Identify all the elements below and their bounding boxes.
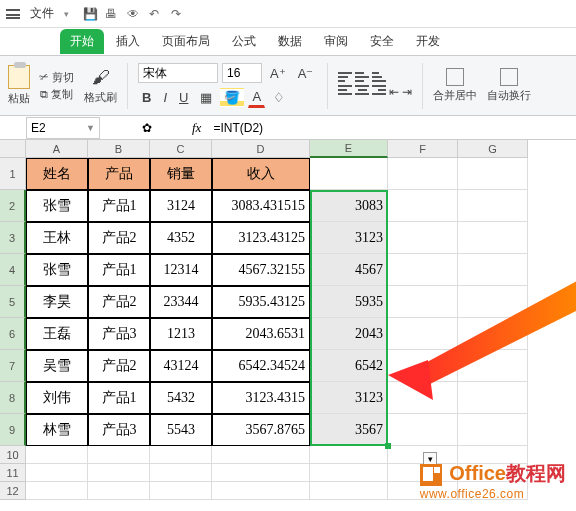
cell[interactable] [388,382,458,414]
save-icon[interactable]: 💾 [83,7,97,21]
col-header-e[interactable]: E [310,140,388,158]
cell[interactable] [388,414,458,446]
cell[interactable]: 王林 [26,222,88,254]
cell[interactable] [212,482,310,500]
row-header[interactable]: 8 [0,382,26,414]
formula-input[interactable]: =INT(D2) [213,121,263,135]
col-header-c[interactable]: C [150,140,212,158]
cell[interactable] [458,190,528,222]
dropdown-icon[interactable]: ▾ [64,9,69,19]
align-top-icon[interactable] [338,72,352,82]
cell[interactable]: 2043 [310,318,388,350]
select-all-corner[interactable] [0,140,26,158]
row-header[interactable]: 4 [0,254,26,286]
cell[interactable]: 产品1 [88,382,150,414]
cell[interactable] [388,222,458,254]
bold-button[interactable]: B [138,88,155,107]
cell[interactable]: 12314 [150,254,212,286]
cell[interactable]: 5543 [150,414,212,446]
row-header[interactable]: 1 [0,158,26,190]
cell[interactable]: 4567 [310,254,388,286]
cell[interactable] [88,464,150,482]
cell[interactable] [310,482,388,500]
row-header[interactable]: 9 [0,414,26,446]
cell[interactable] [26,482,88,500]
tab-layout[interactable]: 页面布局 [152,29,220,54]
cell[interactable] [388,350,458,382]
name-box[interactable]: E2 ▼ [26,117,100,139]
cell[interactable]: 3083 [310,190,388,222]
file-menu[interactable]: 文件 [26,3,58,24]
cell[interactable]: 吴雪 [26,350,88,382]
cell[interactable]: 产品3 [88,318,150,350]
fill-handle[interactable] [385,443,391,449]
cell[interactable] [212,464,310,482]
cell[interactable] [388,158,458,190]
copy-button[interactable]: ⧉复制 [40,87,74,102]
row-header[interactable]: 7 [0,350,26,382]
cell[interactable]: 3124 [150,190,212,222]
cell[interactable] [212,446,310,464]
cell[interactable] [150,464,212,482]
cell[interactable]: 产品2 [88,286,150,318]
cell[interactable]: 1213 [150,318,212,350]
spreadsheet-grid[interactable]: A B C D E F G 1姓名产品销量收入2张雪产品131243083.43… [0,140,576,500]
row-header[interactable]: 12 [0,482,26,500]
col-header-a[interactable]: A [26,140,88,158]
cell[interactable]: 3123 [310,222,388,254]
col-header-d[interactable]: D [212,140,310,158]
undo-icon[interactable]: ↶ [149,7,163,21]
cell[interactable]: 销量 [150,158,212,190]
cell[interactable]: 43124 [150,350,212,382]
col-header-b[interactable]: B [88,140,150,158]
row-header[interactable]: 3 [0,222,26,254]
tab-security[interactable]: 安全 [360,29,404,54]
paste-group[interactable]: 粘贴 [8,65,30,106]
cell[interactable]: 6542.34524 [212,350,310,382]
italic-button[interactable]: I [159,88,171,107]
cell[interactable]: 产品2 [88,350,150,382]
row-header[interactable]: 11 [0,464,26,482]
cell[interactable]: 林雪 [26,414,88,446]
clear-format-button[interactable]: ♢ [269,88,289,107]
cell[interactable]: 23344 [150,286,212,318]
cut-button[interactable]: ✂剪切 [40,70,74,85]
cell[interactable] [458,318,528,350]
cell[interactable] [26,446,88,464]
cell[interactable]: 4352 [150,222,212,254]
wrap-text-button[interactable]: 自动换行 [487,68,531,103]
decrease-font-icon[interactable]: A⁻ [294,64,318,83]
align-center-icon[interactable] [355,85,369,99]
cell[interactable]: 产品2 [88,222,150,254]
cell[interactable] [88,446,150,464]
cell[interactable] [150,446,212,464]
cell[interactable] [388,190,458,222]
tab-dev[interactable]: 开发 [406,29,450,54]
cell[interactable]: 2043.6531 [212,318,310,350]
row-header[interactable]: 6 [0,318,26,350]
font-name-select[interactable] [138,63,218,83]
redo-icon[interactable]: ↷ [171,7,185,21]
cell[interactable] [388,254,458,286]
menu-icon[interactable] [6,9,20,19]
preview-icon[interactable]: 👁 [127,7,141,21]
tab-data[interactable]: 数据 [268,29,312,54]
cell[interactable] [458,158,528,190]
cell[interactable]: 李昊 [26,286,88,318]
cell[interactable]: 姓名 [26,158,88,190]
cell[interactable] [458,414,528,446]
col-header-f[interactable]: F [388,140,458,158]
cell[interactable]: 张雪 [26,190,88,222]
cell[interactable]: 3123 [310,382,388,414]
increase-font-icon[interactable]: A⁺ [266,64,290,83]
fx-icon[interactable]: ✿ [142,121,152,135]
cell[interactable]: 3123.4315 [212,382,310,414]
cell[interactable] [310,446,388,464]
cell[interactable]: 产品3 [88,414,150,446]
row-header[interactable]: 5 [0,286,26,318]
cell[interactable]: 产品 [88,158,150,190]
tab-formula[interactable]: 公式 [222,29,266,54]
cell[interactable]: 6542 [310,350,388,382]
fill-color-button[interactable]: 🪣 [220,88,244,107]
cell[interactable]: 产品1 [88,190,150,222]
